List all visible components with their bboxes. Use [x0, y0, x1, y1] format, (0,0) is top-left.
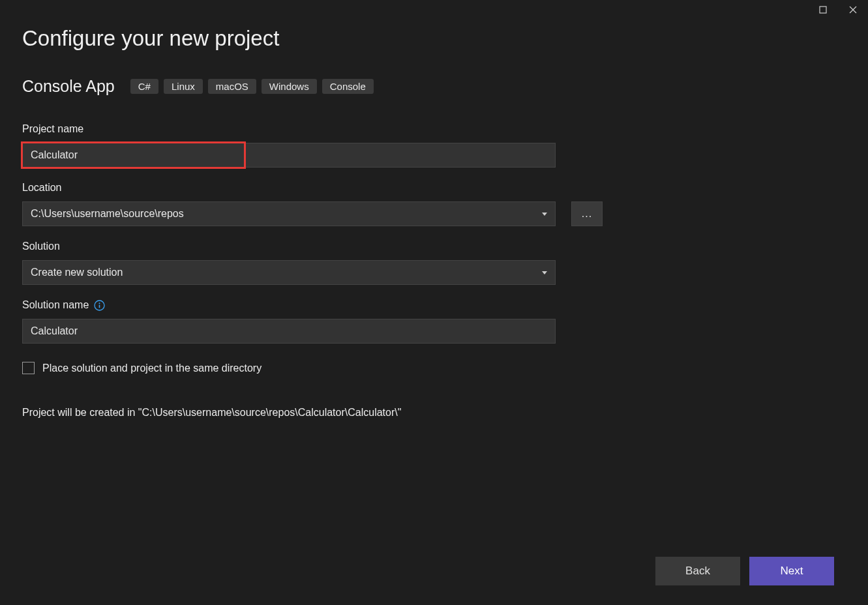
location-value: C:\Users\username\source\repos: [31, 208, 184, 220]
maximize-button[interactable]: [808, 0, 838, 20]
chevron-down-icon: [542, 271, 547, 274]
tag-console: Console: [322, 79, 374, 94]
project-name-input-wrap: [22, 143, 556, 168]
close-button[interactable]: [838, 0, 868, 20]
location-row: C:\Users\username\source\repos ...: [22, 201, 846, 226]
tag-macos: macOS: [208, 79, 256, 94]
project-name-group: Project name: [22, 123, 846, 168]
location-label: Location: [22, 182, 846, 194]
tag-csharp: C#: [130, 79, 158, 94]
browse-button[interactable]: ...: [571, 201, 603, 226]
page-title: Configure your new project: [22, 26, 846, 51]
svg-rect-0: [820, 7, 826, 13]
project-type-row: Console App C# Linux macOS Windows Conso…: [22, 77, 846, 96]
project-name-label: Project name: [22, 123, 846, 135]
location-dropdown[interactable]: C:\Users\username\source\repos: [22, 201, 556, 226]
solution-name-input[interactable]: [22, 319, 556, 344]
solution-label: Solution: [22, 241, 846, 252]
same-directory-label: Place solution and project in the same d…: [42, 362, 262, 374]
solution-name-label: Solution name: [22, 299, 89, 311]
solution-group: Solution Create new solution: [22, 241, 846, 285]
project-type-name: Console App: [22, 77, 115, 96]
chevron-down-icon: [542, 213, 547, 216]
svg-point-4: [99, 302, 100, 304]
solution-value: Create new solution: [31, 267, 123, 278]
location-group: Location C:\Users\username\source\repos …: [22, 182, 846, 226]
info-icon[interactable]: [94, 300, 105, 311]
same-directory-row: Place solution and project in the same d…: [22, 362, 846, 374]
dialog-footer: Back Next: [655, 557, 834, 585]
project-name-input[interactable]: [22, 143, 556, 168]
solution-name-label-row: Solution name: [22, 299, 846, 311]
window-titlebar: [808, 0, 868, 20]
project-path-status: Project will be created in "C:\Users\use…: [22, 407, 846, 419]
tag-linux: Linux: [164, 79, 203, 94]
solution-name-group: Solution name: [22, 299, 846, 344]
next-button[interactable]: Next: [749, 557, 834, 585]
dialog-content: Configure your new project Console App C…: [0, 0, 868, 419]
project-tags: C# Linux macOS Windows Console: [130, 79, 374, 94]
solution-dropdown[interactable]: Create new solution: [22, 260, 556, 285]
same-directory-checkbox[interactable]: [22, 362, 35, 374]
back-button[interactable]: Back: [655, 557, 740, 585]
tag-windows: Windows: [262, 79, 317, 94]
